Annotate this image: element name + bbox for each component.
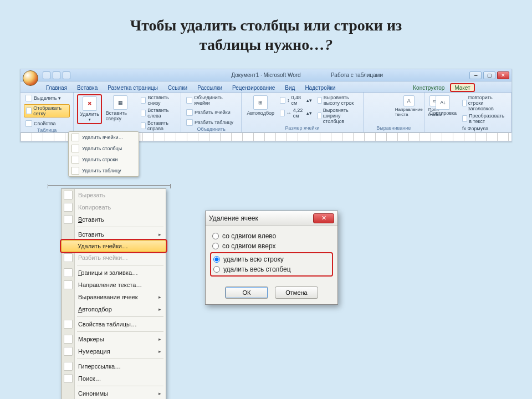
bullets-icon	[64, 335, 73, 344]
delete-columns-item[interactable]: Удалить столбцы	[69, 143, 139, 154]
autofit-icon: ⊞	[253, 95, 268, 110]
tab-insert[interactable]: Вставка	[73, 83, 102, 92]
col-width-input[interactable]: ↔4,22 см▴▾	[278, 107, 314, 119]
split-table-button[interactable]: Разбить таблицу	[185, 119, 235, 126]
table-props-icon	[64, 320, 73, 329]
tab-mailings[interactable]: Рассылки	[193, 83, 227, 92]
ctx-copy[interactable]: Копировать	[62, 201, 166, 213]
display-grid-button[interactable]: Отображать сетку	[24, 104, 70, 117]
delete-cells-dialog: Удаление ячеек ✕ со сдвигом влево со сдв…	[205, 211, 338, 305]
split-cells-button[interactable]: Разбить ячейки	[185, 109, 232, 116]
quick-access-toolbar[interactable]	[43, 71, 70, 79]
tab-addins[interactable]: Надстройки	[300, 83, 340, 92]
alignment-grid[interactable]	[367, 94, 391, 119]
delete-dropdown-menu: Удалить ячейки… Удалить столбцы Удалить …	[68, 131, 139, 177]
autofit-button[interactable]: ⊞Автоподбор	[245, 94, 276, 117]
ctx-hyperlink[interactable]: Гиперссылка…	[62, 360, 166, 372]
cut-icon	[64, 191, 73, 200]
window-title: Документ1 · Microsoft Word	[231, 72, 300, 78]
tab-references[interactable]: Ссылки	[163, 83, 192, 92]
insert-right-button[interactable]: Вставить справа	[139, 120, 178, 132]
ctx-split-cells[interactable]: Разбить ячейки…	[62, 252, 166, 264]
ctx-delete-cells[interactable]: Удалить ячейки…	[61, 240, 166, 252]
convert-to-text-button[interactable]: Преобразовать в текст	[461, 112, 508, 125]
maximize-button[interactable]: ▢	[483, 71, 495, 79]
insert-left-button[interactable]: Вставить слева	[139, 107, 178, 119]
ctx-cell-alignment[interactable]: Выравнивание ячеек▸	[62, 291, 166, 303]
search-icon	[64, 374, 73, 383]
ctx-bullets[interactable]: Маркеры▸	[62, 333, 166, 345]
ctx-synonyms[interactable]: Синонимы▸	[62, 387, 166, 399]
opt-delete-row[interactable]: удалить всю строку	[213, 254, 330, 264]
tab-page-layout[interactable]: Разметка страницы	[103, 83, 162, 92]
dialog-close-button[interactable]: ✕	[313, 213, 334, 223]
cancel-button[interactable]: Отмена	[275, 287, 318, 299]
opt-shift-up[interactable]: со сдвигом вверх	[212, 241, 331, 251]
office-button[interactable]	[23, 70, 38, 86]
dialog-titlebar[interactable]: Удаление ячеек ✕	[206, 211, 337, 226]
properties-button[interactable]: Свойства	[24, 120, 58, 127]
tab-design[interactable]: Конструктор	[408, 83, 449, 92]
delete-button[interactable]: ✖ Удалить▾	[77, 94, 101, 124]
ctx-lookup[interactable]: Поиск…	[62, 372, 166, 385]
ctx-paste[interactable]: Вставить	[62, 213, 166, 226]
ctx-borders[interactable]: Границы и заливка…	[62, 267, 166, 279]
tab-home[interactable]: Главная	[42, 83, 71, 92]
ok-button[interactable]: ОК	[225, 287, 268, 299]
distribute-rows-button[interactable]: Выровнять высоту строк	[316, 94, 360, 106]
repeat-header-button[interactable]: Повторить строки заголовков	[461, 94, 508, 112]
delete-table-item[interactable]: Удалить таблицу	[69, 165, 139, 176]
distribute-cols-button[interactable]: Выровнять ширину столбцов	[316, 107, 360, 125]
delete-icon: ✖	[83, 96, 97, 111]
close-button[interactable]: ✕	[497, 71, 509, 79]
paste-icon	[64, 215, 73, 224]
row-height-input[interactable]: ↕0,48 см▴▾	[278, 94, 314, 106]
ctx-insert[interactable]: Вставить▸	[62, 228, 166, 241]
copy-icon	[64, 203, 73, 212]
opt-shift-left[interactable]: со сдвигом влево	[212, 231, 331, 241]
borders-icon	[64, 268, 73, 277]
contextual-tools-label: Работа с таблицами	[331, 72, 383, 78]
sort-icon: A↓	[436, 95, 450, 110]
direction-icon	[64, 280, 73, 289]
titlebar: Документ1 · Microsoft Word Работа с табл…	[21, 69, 511, 81]
ribbon-tabs: Главная Вставка Разметка страницы Ссылки…	[21, 81, 511, 93]
dialog-title: Удаление ячеек	[209, 214, 258, 222]
hyperlink-icon	[64, 362, 73, 371]
ctx-autofit[interactable]: Автоподбор▸	[62, 303, 166, 315]
ctx-text-direction[interactable]: Направление текста…	[62, 279, 166, 291]
merge-cells-button[interactable]: Объединить ячейки	[185, 94, 238, 106]
select-button[interactable]: Выделить ▾	[24, 94, 63, 102]
insert-above-icon: ▦	[113, 95, 127, 110]
ribbon-body: Выделить ▾ Отображать сетку Свойства Таб…	[21, 93, 511, 132]
delete-rows-item[interactable]: Удалить строки	[69, 154, 139, 165]
slide-heading: Чтобы удалить столбцы или строки из табл…	[0, 0, 532, 54]
tab-layout[interactable]: Макет	[450, 83, 474, 92]
ctx-table-properties[interactable]: Свойства таблицы…	[62, 318, 166, 330]
sort-button[interactable]: A↓Сортировка	[428, 94, 458, 117]
minimize-button[interactable]: ━	[469, 71, 482, 79]
numbering-icon	[64, 347, 73, 356]
text-direction-button[interactable]: AНаправление текста	[393, 94, 424, 118]
insert-above-button[interactable]: ▦ Вставить сверху	[104, 94, 137, 122]
formula-button[interactable]: fx Формула	[461, 125, 508, 132]
tab-view[interactable]: Вид	[280, 83, 299, 92]
context-menu: Вырезать Копировать Вставить Вставить▸ У…	[61, 188, 166, 399]
text-direction-icon: A	[403, 95, 415, 106]
group-label-alignment: Выравнивание	[367, 125, 421, 132]
delete-cells-item[interactable]: Удалить ячейки…	[69, 132, 139, 143]
word-ribbon-screenshot: Документ1 · Microsoft Word Работа с табл…	[20, 69, 512, 142]
ctx-numbering[interactable]: Нумерация▸	[62, 345, 166, 357]
tab-review[interactable]: Рецензирование	[228, 83, 279, 92]
insert-below-button[interactable]: Вставить снизу	[139, 94, 178, 106]
opt-delete-column[interactable]: удалить весь столбец	[213, 264, 330, 274]
ctx-cut[interactable]: Вырезать	[62, 189, 166, 201]
group-label-cell-size: Размер ячейки	[245, 125, 359, 132]
